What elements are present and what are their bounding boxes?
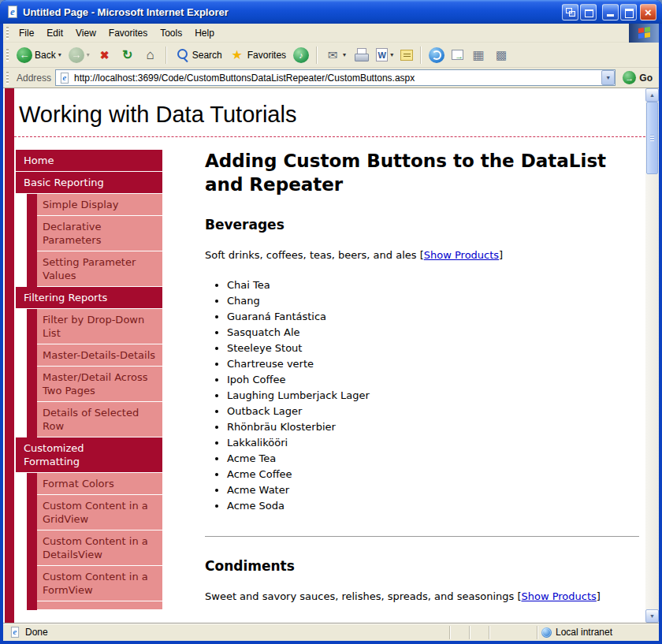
forward-button[interactable]: ▾ (65, 45, 93, 65)
home-button[interactable] (139, 45, 162, 65)
status-bar: Done Local intranet (3, 623, 659, 641)
vertical-scrollbar[interactable]: ▲ ▼ (645, 88, 659, 623)
category-heading: Condiments (205, 558, 639, 574)
nav-item-label: Master-Details-Details (37, 344, 162, 367)
nav-format-colors[interactable]: Format Colors (16, 473, 162, 495)
nav-setting-parameter-values[interactable]: Setting Parameter Values (16, 251, 162, 287)
restore-button[interactable] (620, 4, 637, 20)
go-arrow-icon (623, 71, 636, 84)
go-button[interactable]: Go (619, 71, 656, 84)
menu-item-file[interactable]: File (13, 25, 40, 41)
search-button[interactable]: Search (171, 45, 225, 65)
search-icon (174, 47, 190, 63)
minimize-button[interactable] (602, 4, 619, 20)
back-button[interactable]: Back▾ (13, 45, 65, 65)
show-products-link[interactable]: Show Products (424, 249, 499, 261)
stop-button[interactable] (94, 45, 116, 65)
grid-button[interactable] (490, 45, 512, 65)
toolbar-separator (166, 47, 167, 64)
dropdown-arrow-icon[interactable]: ▾ (343, 51, 346, 58)
home-icon (143, 47, 158, 63)
close-button[interactable] (640, 4, 656, 20)
nav-filtering-reports[interactable]: Filtering Reports (16, 287, 162, 309)
nav-declarative-parameters[interactable]: Declarative Parameters (16, 216, 162, 251)
scroll-down-button[interactable]: ▼ (645, 609, 659, 623)
nav-filter-by-drop-down-list[interactable]: Filter by Drop-Down List (16, 309, 162, 344)
product-item: Laughing Lumberjack Lager (227, 388, 639, 404)
article-sections: BeveragesSoft drinks, coffees, teas, bee… (205, 217, 639, 603)
client-area: FileEditViewFavoritesToolsHelp Back▾▾Sea… (3, 24, 659, 641)
print-icon (353, 47, 369, 63)
forward-icon (69, 47, 84, 63)
building-button[interactable] (467, 45, 489, 65)
status-pane (469, 626, 488, 639)
product-item: Acme Water (227, 482, 639, 498)
go-label: Go (639, 73, 653, 84)
scroll-up-button[interactable]: ▲ (645, 88, 659, 102)
section-divider (205, 536, 639, 538)
nav-indent-strip (27, 344, 37, 367)
nav-simple-display[interactable]: Simple Display (16, 194, 162, 216)
discuss-button[interactable] (397, 47, 416, 63)
article: Adding Custom Buttons to the DataList an… (205, 150, 639, 603)
cascade-button[interactable] (562, 4, 578, 20)
nav-item-label: Declarative Parameters (37, 216, 162, 251)
mail-icon (325, 47, 340, 63)
menubar-grip[interactable] (6, 27, 9, 39)
grid-icon (493, 47, 509, 63)
nav-item-label: Customized Formatting (16, 437, 162, 473)
toolbar-grip[interactable] (6, 49, 9, 61)
edit-word-button[interactable]: ▾ (373, 46, 396, 64)
addressbar-grip[interactable] (6, 72, 9, 84)
show-products-link[interactable]: Show Products (521, 590, 596, 602)
category-description: Soft drinks, coffees, teas, beers, and a… (205, 248, 639, 262)
refresh-button[interactable] (117, 45, 139, 65)
nav-indent-strip (27, 473, 37, 495)
address-dropdown-button[interactable]: ▼ (601, 70, 615, 85)
mail-button[interactable]: ▾ (322, 45, 349, 65)
nav-master-details-details[interactable]: Master-Details-Details (16, 344, 162, 367)
research-button[interactable] (448, 47, 467, 62)
nav-item-label: Basic Reporting (16, 172, 162, 194)
favorites-button[interactable]: Favorites (226, 45, 289, 65)
messenger-icon (429, 47, 444, 63)
menu-item-view[interactable]: View (69, 25, 102, 41)
address-input[interactable]: http://localhost:3699/Code/CustomButtons… (55, 69, 616, 86)
product-item: Sasquatch Ale (227, 325, 639, 341)
print-button[interactable] (350, 45, 372, 65)
security-zone-pane: Local intranet (537, 626, 656, 639)
menu-item-help[interactable]: Help (188, 25, 221, 41)
messenger-button[interactable] (426, 45, 448, 65)
menu-item-edit[interactable]: Edit (40, 25, 69, 41)
dropdown-arrow-icon[interactable]: ▾ (87, 51, 90, 58)
page-viewport: Working with Data Tutorials HomeBasic Re… (3, 88, 645, 623)
dropdown-arrow-icon[interactable]: ▾ (58, 51, 61, 58)
refresh-icon (120, 47, 136, 63)
nav-custom-content-in-a-gridview[interactable]: Custom Content in a GridView (16, 495, 162, 530)
menu-items: FileEditViewFavoritesToolsHelp (13, 25, 221, 41)
status-pane (489, 626, 536, 639)
nav-home[interactable]: Home (16, 150, 162, 172)
window-controls (562, 4, 656, 20)
window-button[interactable] (580, 4, 597, 20)
nav-custom-content-in-a-detailsview[interactable]: Custom Content in a DetailsView (16, 530, 162, 566)
product-item: Acme Soda (227, 498, 639, 514)
nav-item-partial[interactable] (16, 601, 162, 610)
nav-indent-strip (27, 530, 37, 566)
nav-basic-reporting[interactable]: Basic Reporting (16, 172, 162, 194)
title-bar[interactable]: Untitled Page - Microsoft Internet Explo… (0, 0, 662, 24)
scrollbar-thumb[interactable] (646, 102, 658, 174)
address-url: http://localhost:3699/Code/CustomButtons… (74, 73, 598, 84)
nav-indent-strip (27, 601, 37, 610)
nav-master-detail-across-two-pages[interactable]: Master/Detail Across Two Pages (16, 367, 162, 402)
product-item: Guaraná Fantástica (227, 309, 639, 325)
product-item: Acme Tea (227, 451, 639, 467)
menu-item-tools[interactable]: Tools (154, 25, 188, 41)
nav-customized-formatting[interactable]: Customized Formatting (16, 437, 162, 473)
media-button[interactable] (290, 45, 312, 65)
menu-item-favorites[interactable]: Favorites (102, 25, 154, 41)
dropdown-arrow-icon[interactable]: ▾ (390, 51, 393, 58)
nav-custom-content-in-a-formview[interactable]: Custom Content in a FormView (16, 566, 162, 601)
nav-details-of-selected-row[interactable]: Details of Selected Row (16, 402, 162, 437)
page-icon (59, 73, 70, 84)
